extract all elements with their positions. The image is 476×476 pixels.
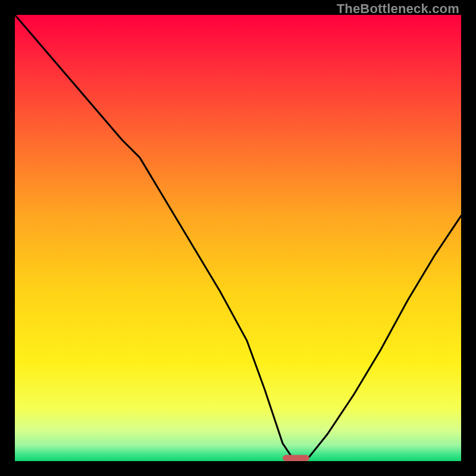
optimal-marker xyxy=(283,455,309,462)
bottleneck-chart xyxy=(15,15,461,461)
chart-background xyxy=(15,15,461,461)
chart-frame xyxy=(15,15,461,461)
